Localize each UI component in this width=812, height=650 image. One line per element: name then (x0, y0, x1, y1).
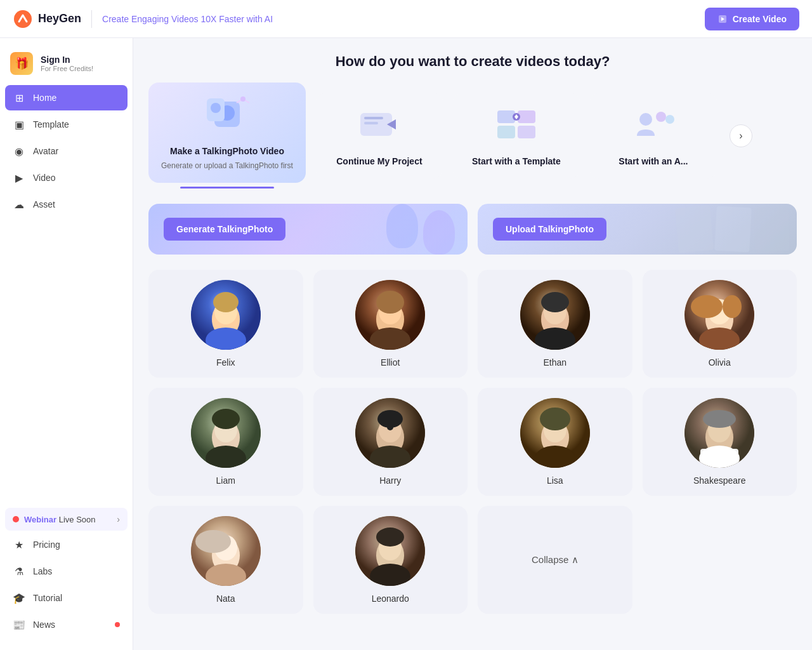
sidebar-asset-label: Asset (33, 199, 55, 209)
avatar-card-shakespeare[interactable]: Shakespeare (643, 388, 797, 496)
gift-icon: 🎁 (10, 52, 33, 75)
avatar-card-nata[interactable]: Nata (148, 506, 303, 614)
svg-point-48 (387, 424, 393, 430)
svg-rect-11 (518, 110, 535, 123)
home-icon: ⊞ (13, 91, 25, 104)
template-option-label: Start with a Template (472, 156, 561, 166)
collapse-button[interactable]: Collapse ∧ (478, 506, 632, 614)
avatar-card-lisa[interactable]: Lisa (478, 388, 632, 496)
svg-rect-12 (497, 126, 515, 138)
svg-point-16 (656, 112, 666, 122)
avatar-name-ethan: Ethan (543, 357, 566, 368)
sidebar-item-pricing[interactable]: ★ Pricing (5, 532, 128, 557)
create-video-label: Create Video (733, 14, 787, 24)
create-video-button[interactable]: Create Video (705, 8, 799, 30)
avatar-card-elliot[interactable]: Elliot (313, 270, 468, 378)
svg-point-5 (211, 103, 221, 113)
avatar-icon: ◉ (13, 145, 25, 157)
sidebar-item-avatar[interactable]: ◉ Avatar (5, 138, 128, 164)
sidebar-template-label: Template (33, 119, 69, 129)
carousel-next-button[interactable]: › (730, 124, 752, 147)
avatar-card-ethan[interactable]: Ethan (478, 270, 632, 378)
sidebar-item-video[interactable]: ▶ Video (5, 165, 128, 190)
sidebar-item-tutorial[interactable]: 🎓 Tutorial (5, 585, 128, 611)
sidebar-item-template[interactable]: ▣ Template (5, 112, 128, 137)
continue-option-label: Continue My Project (336, 156, 422, 166)
active-indicator (180, 187, 275, 189)
sidebar-video-label: Video (33, 173, 56, 183)
avatar-image-olivia (684, 280, 754, 350)
svg-point-64 (195, 530, 231, 553)
avatar-name-leonardo: Leonardo (372, 594, 409, 604)
avatar-card-leonardo[interactable]: Leonardo (313, 506, 468, 614)
creation-option-template[interactable]: Start with a Template (453, 93, 580, 179)
upload-talking-photo-card[interactable]: Upload TalkingPhoto (478, 204, 797, 255)
svg-point-58 (703, 410, 736, 428)
avatar-grid: Felix (148, 270, 797, 614)
avatar-name-harry: Harry (379, 475, 401, 486)
logo[interactable]: HeyGen (13, 9, 81, 29)
avatar-image-lisa (520, 398, 590, 468)
talking-photo-option-icon (202, 95, 252, 141)
avatar-name-lisa: Lisa (547, 475, 563, 486)
sidebar-bottom: Webinar Live Soon › ★ Pricing ⚗ Labs 🎓 T… (0, 503, 133, 642)
avatar-card-olivia[interactable]: Olivia (643, 270, 797, 378)
template-option-icon (491, 105, 542, 151)
page-question: How do you want to create videos today? (148, 53, 797, 70)
sidebar-item-asset[interactable]: ☁ Asset (5, 192, 128, 217)
avatar-image-harry (355, 398, 425, 468)
webinar-live-dot (13, 516, 19, 522)
creation-option-continue[interactable]: Continue My Project (316, 93, 443, 179)
svg-point-15 (639, 113, 652, 126)
avatar-image-ethan (520, 280, 590, 350)
svg-rect-8 (364, 117, 383, 119)
avatar-image-nata (191, 516, 261, 586)
creation-option-avatar[interactable]: Start with an A... (590, 93, 717, 179)
avatar-image-leonardo (355, 516, 425, 586)
svg-point-6 (240, 96, 246, 102)
sidebar-item-news[interactable]: 📰 News (5, 612, 128, 637)
app-header: HeyGen Create Engaging Videos 10X Faster… (0, 0, 812, 38)
avatar-card-harry[interactable]: Harry (313, 388, 468, 496)
sidebar-item-labs[interactable]: ⚗ Labs (5, 559, 128, 584)
svg-point-42 (212, 409, 240, 429)
generate-talking-photo-card[interactable]: Generate TalkingPhoto (148, 204, 468, 255)
svg-rect-9 (364, 122, 378, 124)
creation-options-carousel: Make a TalkingPhoto Video Generate or up… (148, 83, 797, 189)
sign-in-sub: For Free Credits! (41, 65, 93, 72)
webinar-banner[interactable]: Webinar Live Soon › (5, 508, 128, 531)
continue-option-icon (354, 105, 405, 151)
sidebar-pricing-label: Pricing (33, 540, 60, 550)
svg-rect-13 (518, 126, 535, 138)
generate-talking-photo-button[interactable]: Generate TalkingPhoto (164, 218, 285, 241)
avatar-card-felix[interactable]: Felix (148, 270, 303, 378)
svg-point-26 (376, 291, 404, 314)
collapse-label: Collapse ∧ (532, 554, 579, 566)
template-icon: ▣ (13, 118, 25, 131)
sign-in-section[interactable]: 🎁 Sign In For Free Credits! (0, 46, 133, 85)
avatar-name-felix: Felix (216, 357, 235, 368)
avatar-name-olivia: Olivia (709, 357, 731, 368)
tutorial-icon: 🎓 (13, 592, 25, 604)
avatar-card-liam[interactable]: Liam (148, 388, 303, 496)
sidebar-nav: ⊞ Home ▣ Template ◉ Avatar ▶ Video ☁ Ass… (0, 85, 133, 503)
header-divider (91, 10, 92, 28)
svg-point-53 (540, 408, 570, 430)
creation-option-talking-photo[interactable]: Make a TalkingPhoto Video Generate or up… (148, 83, 306, 189)
svg-point-37 (723, 295, 742, 318)
sidebar-tutorial-label: Tutorial (33, 593, 62, 603)
svg-point-69 (376, 527, 404, 547)
sidebar-item-home[interactable]: ⊞ Home (5, 85, 128, 110)
sidebar-news-label: News (33, 620, 55, 630)
talking-photo-section: Generate TalkingPhoto Upload TalkingPhot… (148, 204, 797, 255)
sign-in-name: Sign In (41, 55, 93, 65)
avatar-name-shakespeare: Shakespeare (693, 475, 746, 486)
news-badge (115, 622, 120, 627)
news-icon: 📰 (13, 618, 25, 631)
svg-point-17 (665, 115, 674, 124)
asset-icon: ☁ (13, 198, 25, 211)
sidebar-home-label: Home (33, 93, 56, 103)
avatar-image-shakespeare (684, 398, 754, 468)
logo-text: HeyGen (38, 12, 81, 25)
svg-point-0 (14, 10, 32, 28)
